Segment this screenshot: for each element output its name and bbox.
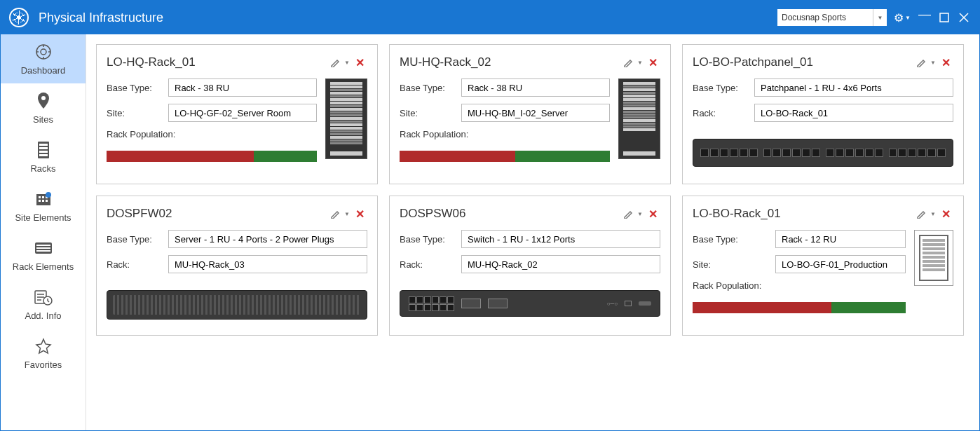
dashboard-content: LO-HQ-Rack_01 ▼ ✕ Base Type: Site: — [86, 34, 979, 430]
edit-button[interactable] — [329, 207, 341, 220]
base-type-label: Base Type: — [107, 234, 163, 245]
sidebar-label: Rack Elements — [13, 261, 74, 272]
card-close-button[interactable]: ✕ — [646, 55, 660, 71]
base-type-label: Base Type: — [693, 234, 770, 245]
site-field[interactable] — [168, 104, 317, 122]
sidebar-item-favorites[interactable]: Favorites — [1, 329, 86, 378]
base-type-field[interactable] — [754, 78, 953, 97]
base-type-field[interactable] — [461, 78, 610, 97]
svg-point-16 — [46, 192, 51, 198]
card-menu-dropdown[interactable]: ▼ — [634, 60, 646, 66]
card-rack-mu-hq-02: MU-HQ-Rack_02 ▼ ✕ Base Type: Site: Rack … — [389, 44, 671, 184]
sidebar-item-sites[interactable]: Sites — [1, 83, 86, 132]
card-close-button[interactable]: ✕ — [353, 55, 367, 71]
svg-rect-0 — [940, 13, 948, 22]
card-patchpanel-lo-bo-01: LO-BO-Patchpanel_01 ▼ ✕ Base Type: Rack: — [682, 44, 964, 184]
base-type-field[interactable] — [775, 230, 906, 248]
sidebar-item-rack-elements[interactable]: Rack Elements — [1, 231, 86, 280]
rack-label: Rack: — [693, 108, 749, 118]
rack-label: Rack: — [107, 259, 163, 270]
tenant-dropdown-button[interactable]: ▼ — [873, 9, 887, 26]
rack-population-bar — [400, 151, 610, 162]
sidebar-item-racks[interactable]: Racks — [1, 132, 86, 182]
card-server-dospfw02: DOSPFW02 ▼ ✕ Base Type: Rack: — [96, 196, 378, 336]
svg-rect-18 — [36, 245, 50, 246]
card-close-button[interactable]: ✕ — [939, 206, 953, 222]
rack-label: Rack: — [400, 259, 456, 270]
pin-icon — [34, 92, 53, 110]
patchpanel-preview-image — [693, 139, 953, 167]
card-close-button[interactable]: ✕ — [646, 206, 660, 222]
rack-icon — [34, 141, 53, 159]
app-logo-icon — [9, 8, 29, 27]
sidebar-label: Racks — [30, 163, 55, 174]
star-icon — [34, 337, 53, 355]
settings-menu[interactable]: ⚙ ▼ — [892, 8, 912, 27]
card-title: LO-HQ-Rack_01 — [107, 55, 329, 69]
card-title: LO-BO-Patchpanel_01 — [693, 55, 915, 69]
rack-field[interactable] — [461, 255, 660, 273]
rack-preview-image — [325, 78, 367, 159]
edit-button[interactable] — [329, 56, 341, 69]
card-menu-dropdown[interactable]: ▼ — [927, 211, 939, 217]
base-type-field[interactable] — [461, 230, 660, 248]
base-type-label: Base Type: — [693, 83, 749, 93]
site-label: Site: — [693, 259, 770, 270]
card-close-button[interactable]: ✕ — [353, 206, 367, 222]
edit-button[interactable] — [622, 207, 634, 220]
server-icon — [34, 239, 53, 257]
sidebar-label: Favorites — [25, 360, 62, 370]
sidebar-item-dashboard[interactable]: Dashboard — [1, 34, 86, 83]
svg-rect-20 — [36, 250, 50, 252]
base-type-field[interactable] — [168, 78, 317, 97]
sidebar-label: Site Elements — [15, 212, 71, 223]
edit-button[interactable] — [622, 56, 634, 69]
population-label: Rack Population: — [107, 129, 175, 139]
card-menu-dropdown[interactable]: ▼ — [341, 60, 353, 66]
site-label: Site: — [107, 108, 163, 118]
card-rack-lo-bo-01: LO-BO-Rack_01 ▼ ✕ Base Type: Site: Rack … — [682, 196, 964, 336]
server-preview-image — [107, 290, 367, 320]
svg-point-3 — [41, 96, 46, 100]
rack-field[interactable] — [754, 104, 953, 122]
sidebar-item-site-elements[interactable]: Site Elements — [1, 182, 86, 231]
rack-preview-image — [914, 230, 953, 286]
svg-point-2 — [41, 49, 46, 55]
svg-rect-15 — [46, 200, 48, 202]
window-close-button[interactable] — [954, 8, 974, 27]
sidebar-label: Dashboard — [21, 65, 66, 76]
rack-preview-image — [618, 78, 660, 159]
card-rack-lo-hq-01: LO-HQ-Rack_01 ▼ ✕ Base Type: Site: — [96, 44, 378, 184]
chevron-down-icon: ▼ — [905, 15, 911, 21]
edit-button[interactable] — [915, 207, 927, 220]
base-type-label: Base Type: — [107, 83, 163, 93]
svg-rect-13 — [39, 200, 41, 202]
svg-rect-5 — [39, 144, 48, 146]
base-type-field[interactable] — [168, 230, 367, 248]
svg-rect-7 — [39, 151, 48, 153]
site-field[interactable] — [461, 104, 610, 122]
sidebar-label: Add. Info — [25, 310, 61, 321]
card-menu-dropdown[interactable]: ▼ — [634, 211, 646, 217]
card-close-button[interactable]: ✕ — [939, 55, 953, 71]
window-minimize-button[interactable]: — — [915, 8, 934, 27]
card-title: DOSPSW06 — [400, 207, 622, 221]
dashboard-icon — [34, 43, 53, 61]
svg-rect-10 — [39, 196, 41, 198]
edit-button[interactable] — [915, 56, 927, 69]
site-label: Site: — [400, 108, 456, 118]
card-menu-dropdown[interactable]: ▼ — [927, 60, 939, 66]
tenant-selector[interactable]: Docusnap Sports — [777, 9, 873, 26]
card-switch-dospsw06: DOSPSW06 ▼ ✕ Base Type: Rack: — [389, 196, 671, 336]
card-title: MU-HQ-Rack_02 — [400, 55, 622, 69]
site-field[interactable] — [775, 255, 906, 273]
rack-field[interactable] — [168, 255, 367, 273]
rack-population-bar — [107, 151, 317, 162]
card-menu-dropdown[interactable]: ▼ — [341, 211, 353, 217]
window-maximize-button[interactable] — [934, 8, 954, 27]
titlebar: Physical Infrastructure Docusnap Sports … — [1, 1, 979, 34]
svg-rect-6 — [39, 147, 48, 149]
sidebar-item-add-info[interactable]: Add. Info — [1, 280, 86, 329]
svg-rect-14 — [42, 200, 44, 202]
page-title: Physical Infrastructure — [39, 11, 163, 25]
